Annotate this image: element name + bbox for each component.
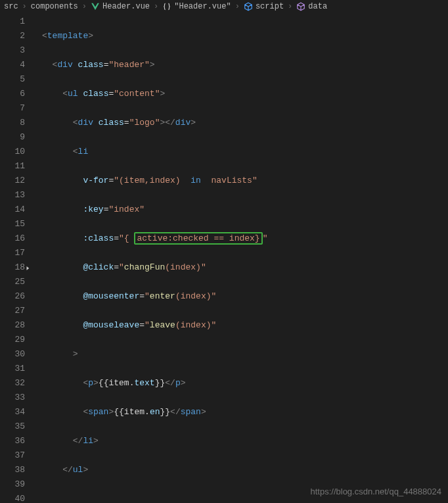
breadcrumb-item[interactable]: data: [308, 2, 327, 11]
chevron-right-icon: ›: [21, 2, 28, 11]
line-number: 11: [0, 159, 25, 174]
breadcrumb-item[interactable]: script: [256, 2, 284, 11]
line-number: 28: [0, 318, 25, 333]
chevron-right-icon: ›: [152, 2, 160, 11]
breadcrumb-item[interactable]: Header.vue: [102, 2, 150, 11]
line-number: 35: [0, 419, 25, 434]
line-number: 14: [0, 203, 25, 217]
line-number: 38: [0, 463, 25, 477]
line-number: 40: [0, 492, 25, 503]
line-number: 30: [0, 347, 25, 362]
line-number: 9: [0, 130, 25, 145]
line-number: 1: [0, 14, 25, 29]
line-number: 27: [0, 304, 25, 318]
line-number: 39: [0, 477, 25, 492]
breadcrumb-item[interactable]: "Header.vue": [174, 2, 231, 11]
line-number: 31: [0, 362, 25, 376]
line-number: 7: [0, 101, 25, 116]
code-area[interactable]: <template> <div class="header"> <ul clas…: [33, 13, 448, 503]
breadcrumb-item[interactable]: src: [4, 2, 18, 11]
highlight-box: active:checked == index}: [134, 232, 262, 245]
line-number: 12: [0, 174, 25, 188]
line-number: 10: [0, 145, 25, 159]
chevron-right-icon: ›: [234, 2, 241, 11]
line-number: 16: [0, 231, 25, 246]
line-number: 37: [0, 448, 25, 463]
line-number: 8: [0, 116, 25, 130]
chevron-right-icon: ›: [81, 2, 88, 11]
breadcrumb: src › components › Header.vue › "Header.…: [0, 0, 448, 13]
line-number: 36: [0, 434, 25, 448]
line-number: 3: [0, 43, 25, 58]
code-editor[interactable]: 1 2 3 4 5 6 7 8 9 10 11 12 13 14 15 16 1…: [0, 13, 448, 503]
cube-icon: [296, 2, 305, 11]
chevron-right-icon: ›: [286, 2, 294, 11]
watermark: https://blog.csdn.net/qq_44888024: [311, 487, 442, 496]
line-number: 29: [0, 333, 25, 347]
line-number: 17: [0, 246, 25, 260]
line-number: 18: [0, 260, 25, 275]
line-number: 32: [0, 376, 25, 391]
line-number: 25: [0, 275, 25, 289]
line-number: 6: [0, 87, 25, 101]
braces-icon: [162, 2, 171, 11]
line-number: 33: [0, 391, 25, 405]
line-number-gutter: 1 2 3 4 5 6 7 8 9 10 11 12 13 14 15 16 1…: [0, 13, 33, 503]
line-number: 13: [0, 188, 25, 203]
line-number: 34: [0, 405, 25, 419]
line-number: 4: [0, 58, 25, 72]
line-number: 2: [0, 29, 25, 43]
line-number: 15: [0, 217, 25, 231]
line-number: 5: [0, 72, 25, 87]
vue-icon: [91, 2, 100, 11]
cube-icon: [244, 2, 253, 11]
line-number: 26: [0, 289, 25, 304]
breadcrumb-item[interactable]: components: [31, 2, 78, 11]
